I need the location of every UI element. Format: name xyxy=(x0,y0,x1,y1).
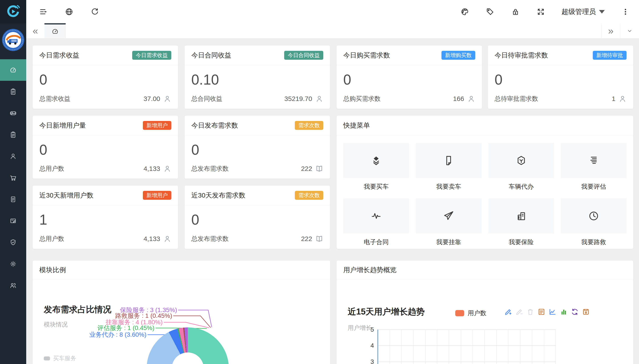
quick-menu-title: 快捷菜单 xyxy=(343,121,370,130)
edit-remove-icon[interactable] xyxy=(515,308,523,316)
page-icon xyxy=(443,155,454,166)
sidebar-item-orders[interactable] xyxy=(0,81,26,102)
stat-card-contract-revenue: 今日合同收益今日合同收益 0.10 总合同收益 35219.70 xyxy=(185,46,330,109)
user-role-label: 超级管理员 xyxy=(561,7,596,16)
tabs-scroll-left-icon[interactable]: « xyxy=(26,23,45,38)
sidebar-item-audit[interactable] xyxy=(0,210,26,232)
fold-menu-icon[interactable] xyxy=(39,7,48,16)
y-tick: 4 xyxy=(363,342,374,349)
stat-title: 近30天发布需求数 xyxy=(191,191,245,200)
pulse-icon xyxy=(371,211,382,221)
quick-menu-item-buy-car[interactable]: 我要买车 xyxy=(343,143,409,191)
status-badge: 需求次数 xyxy=(295,191,323,200)
sidebar-item-forms[interactable] xyxy=(0,124,26,146)
legend-swatch-gray xyxy=(44,356,50,360)
sidebar-item-shop[interactable] xyxy=(0,167,26,188)
main-content: 今日需求收益今日需求收益 0 总需求收益 37.00 今日合同收益今日合同收益 … xyxy=(26,38,639,364)
stat-value: 0 xyxy=(495,72,633,88)
sidebar-item-dashboard[interactable] xyxy=(0,59,26,81)
status-badge: 今日需求收益 xyxy=(132,51,171,60)
line-chart: 近15天用户增长趋势 用户增长 用户数 5 4 3 2 xyxy=(337,280,633,364)
edit-add-icon[interactable] xyxy=(504,308,512,316)
topbar: 超级管理员 xyxy=(26,0,639,23)
sidebar-item-users[interactable] xyxy=(0,146,26,167)
stat-footer-label: 总用户数 xyxy=(39,164,64,173)
status-badge: 需求次数 xyxy=(295,121,323,130)
chart-grid xyxy=(378,330,556,364)
legend-label: 买车服务 xyxy=(53,354,76,362)
module-card-title: 模块比例 xyxy=(39,266,66,274)
stat-value: 0.10 xyxy=(191,72,330,88)
fullscreen-icon[interactable] xyxy=(536,7,545,16)
tabs-dropdown-icon[interactable] xyxy=(620,23,639,38)
restore-icon[interactable] xyxy=(571,308,579,316)
shield-check-icon xyxy=(10,239,17,246)
quick-menu-item-sell-car[interactable]: 我要卖车 xyxy=(416,143,481,191)
stat-value: 1 xyxy=(39,212,178,228)
stat-value: 0 xyxy=(343,72,482,88)
quick-menu-item-insurance[interactable]: 我要保险 xyxy=(488,198,554,246)
save-image-icon[interactable] xyxy=(582,308,590,316)
clear-icon[interactable] xyxy=(526,308,534,316)
quick-menu-item-road-rescue[interactable]: 我要路救 xyxy=(561,198,626,246)
quick-menu-item-e-contract[interactable]: 电子合同 xyxy=(343,198,409,246)
quick-menu-label: 车辆代办 xyxy=(488,182,554,191)
tabs-scroll-right-icon[interactable]: » xyxy=(601,23,620,38)
book-icon xyxy=(315,165,323,173)
line-chart-title: 近15天用户增长趋势 xyxy=(348,306,425,318)
stat-card-demands-today: 今日发布需求数需求次数 0 总发布需求数 222 xyxy=(185,116,330,179)
layers-icon xyxy=(371,155,382,166)
stat-card-demand-revenue: 今日需求收益今日需求收益 0 总需求收益 37.00 xyxy=(33,46,178,109)
quick-menu-label: 我要路救 xyxy=(561,238,626,246)
box-icon xyxy=(516,155,527,166)
line-legend-users[interactable]: 用户数 xyxy=(455,309,486,318)
clipboard-icon xyxy=(10,131,17,138)
pie-legend-buy-service[interactable]: 买车服务 xyxy=(44,354,76,362)
pie-chart: 发布需求占比情况 模块情况 保险服务 : 3 (1.35%) 路救服务 : 1 … xyxy=(33,280,330,364)
quick-menu-item-evaluate[interactable]: 我要评估 xyxy=(561,143,626,191)
sidebar-item-settings[interactable] xyxy=(0,253,26,274)
clipboard-icon xyxy=(10,88,17,95)
data-view-icon[interactable] xyxy=(537,308,545,316)
stat-value: 0 xyxy=(39,142,178,158)
tag-icon[interactable] xyxy=(485,7,495,16)
sidebar-item-security[interactable] xyxy=(0,232,26,253)
legend-swatch-orange xyxy=(455,310,464,316)
person-icon xyxy=(163,165,171,173)
user-role-dropdown[interactable]: 超级管理员 xyxy=(561,7,605,16)
status-badge: 新增待审批 xyxy=(593,51,626,60)
stat-title: 今日待审批需求数 xyxy=(495,51,548,60)
stat-footer-value: 4,133 xyxy=(144,165,160,172)
globe-icon[interactable] xyxy=(65,7,74,16)
bar-chart-toggle-icon[interactable] xyxy=(560,308,568,316)
quick-menu-item-vehicle-agency[interactable]: 车辆代办 xyxy=(488,143,554,191)
document-icon xyxy=(10,196,17,203)
chart-toolbox xyxy=(504,308,590,316)
stat-title: 今日发布需求数 xyxy=(191,121,238,130)
stat-value: 0 xyxy=(39,72,178,88)
stat-footer-label: 总购买需求数 xyxy=(343,94,381,103)
sidebar-item-documents[interactable] xyxy=(0,188,26,210)
stat-footer-label: 总发布需求数 xyxy=(191,164,229,173)
quick-menu-item-affiliation[interactable]: 我要挂靠 xyxy=(416,198,481,246)
stat-title: 近30天新增用户数 xyxy=(39,191,93,200)
kebab-menu-icon[interactable] xyxy=(621,7,630,16)
stat-footer-value: 1 xyxy=(612,95,615,102)
sidebar-item-members[interactable] xyxy=(0,274,26,296)
dashboard-gauge-icon xyxy=(10,66,17,74)
refresh-icon[interactable] xyxy=(90,7,100,16)
edit-card-icon xyxy=(10,217,17,224)
stat-card-new-users-today: 今日新增用户量新增用户 0 总用户数 4,133 xyxy=(33,116,178,179)
sidebar xyxy=(0,0,26,364)
stat-footer-value: 35219.70 xyxy=(284,95,312,102)
lock-icon[interactable] xyxy=(511,7,520,16)
sidebar-item-banners[interactable] xyxy=(0,102,26,124)
line-chart-toggle-icon[interactable] xyxy=(549,308,557,316)
company-emblem xyxy=(2,28,25,52)
tab-dashboard[interactable] xyxy=(45,23,66,38)
stat-card-purchase-demands: 今日购买需求数新增购买数 0 总购买需求数 166 xyxy=(337,46,482,109)
status-badge: 今日合同收益 xyxy=(284,51,323,60)
stat-value: 0 xyxy=(191,142,330,158)
status-badge: 新增用户 xyxy=(143,191,171,200)
theme-palette-icon[interactable] xyxy=(460,7,469,16)
